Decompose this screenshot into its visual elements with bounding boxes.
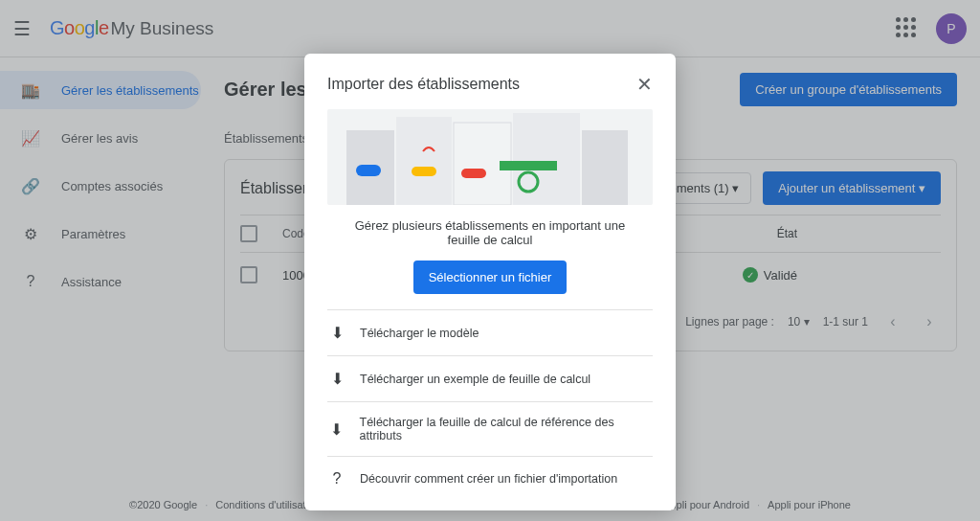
dialog-title: Importer des établissements <box>327 76 520 93</box>
import-locations-dialog: Importer des établissements ✕ Gérez plus… <box>304 54 676 510</box>
dialog-subtitle: Gérez plusieurs établissements en import… <box>327 218 653 247</box>
svg-rect-1 <box>396 117 452 205</box>
download-template-link[interactable]: ⬇ Télécharger le modèle <box>327 309 653 355</box>
learn-import-link[interactable]: ? Découvrir comment créer un fichier d'i… <box>327 456 653 501</box>
help-icon: ? <box>327 470 346 487</box>
svg-rect-5 <box>356 165 381 176</box>
download-icon: ⬇ <box>327 324 346 342</box>
svg-rect-7 <box>461 169 486 178</box>
download-icon: ⬇ <box>327 420 346 439</box>
download-attributes-link[interactable]: ⬇ Télécharger la feuille de calcul de ré… <box>327 401 653 456</box>
storefront-illustration <box>327 109 653 205</box>
select-file-button[interactable]: Sélectionner un fichier <box>413 260 568 294</box>
close-icon[interactable]: ✕ <box>636 73 653 96</box>
download-icon: ⬇ <box>327 370 346 388</box>
download-sample-link[interactable]: ⬇ Télécharger un exemple de feuille de c… <box>327 355 653 401</box>
svg-rect-6 <box>412 167 436 176</box>
svg-rect-4 <box>582 130 628 205</box>
svg-rect-8 <box>500 161 557 170</box>
